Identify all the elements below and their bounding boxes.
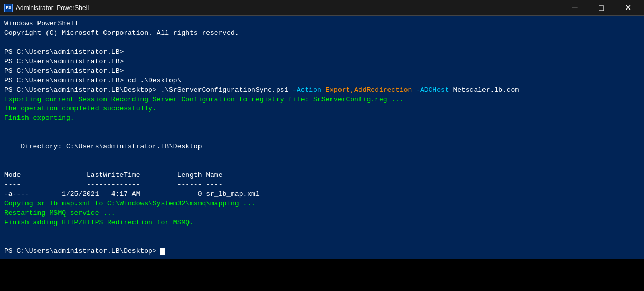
line-06: PS C:\Users\administrator.LB> (4, 67, 640, 76)
line-04: PS C:\Users\administrator.LB> (4, 48, 640, 57)
line-12 (4, 123, 640, 133)
line-15 (4, 152, 640, 161)
line-07: PS C:\Users\administrator.LB> cd .\Deskt… (4, 76, 640, 86)
line-17: Mode LastWriteTime Length Name (4, 171, 640, 180)
line-25: PS C:\Users\administrator.LB\Desktop> (4, 247, 640, 256)
line-22: Finish adding HTTP/HTTPS Redirection for… (4, 218, 640, 228)
line-13 (4, 133, 640, 142)
titlebar-title: Administrator: PowerShell (16, 4, 89, 12)
line-14: Directory: C:\Users\administrator.LB\Des… (4, 142, 640, 152)
line-09: Exporting current Session Recording Serv… (4, 95, 640, 105)
line-18: ---- ------------- ------ ---- (4, 180, 640, 190)
app-icon: PS (4, 4, 13, 12)
line-24 (4, 237, 640, 247)
line-16 (4, 161, 640, 171)
titlebar-left: PS Administrator: PowerShell (4, 4, 89, 12)
line-21: Restarting MSMQ service ... (4, 209, 640, 218)
line-03 (4, 38, 640, 48)
line-23 (4, 228, 640, 237)
close-button[interactable]: ✕ (615, 0, 640, 16)
line-08: PS C:\Users\administrator.LB\Desktop> .\… (4, 86, 640, 95)
line-02: Copyright (C) Microsoft Corporation. All… (4, 29, 640, 38)
line-19: -a---- 1/25/2021 4:17 AM 0 sr_lb_map.xml (4, 190, 640, 199)
line-10: The operation completed successfully. (4, 104, 640, 114)
minimize-button[interactable]: ─ (563, 0, 587, 16)
titlebar-controls: ─ □ ✕ (563, 0, 640, 16)
line-05: PS C:\Users\administrator.LB> (4, 57, 640, 67)
line-11: Finish exporting. (4, 114, 640, 123)
cursor-blink (160, 248, 165, 255)
restore-button[interactable]: □ (589, 0, 613, 16)
line-01: Windows PowerShell (4, 19, 640, 29)
titlebar: PS Administrator: PowerShell ─ □ ✕ (0, 0, 644, 16)
line-20: Copying sr_lb_map.xml to C:\Windows\Syst… (4, 199, 640, 209)
terminal-body[interactable]: Windows PowerShell Copyright (C) Microso… (0, 16, 644, 259)
window: PS Administrator: PowerShell ─ □ ✕ Windo… (0, 0, 644, 259)
